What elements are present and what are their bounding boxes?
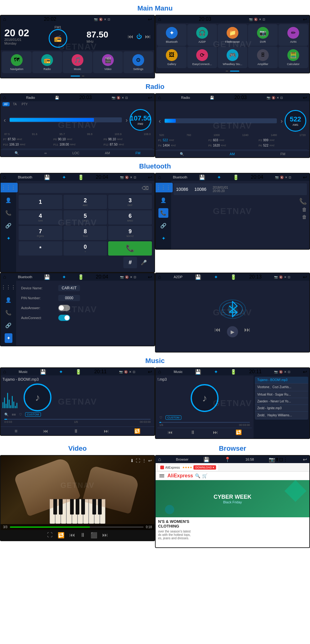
browser-cart-icon[interactable]: 🛒 [202,473,207,478]
ta-tag[interactable]: TA [11,102,18,106]
next-station-btn[interactable]: › [126,116,128,124]
app-navigation[interactable]: 🗺 Navigation [2,51,32,73]
scan-btn-fm[interactable]: ∞ [44,151,47,155]
skip-back-icon[interactable]: ⏮ [128,33,133,40]
app-gallery[interactable]: 🖼 Gallery [157,46,187,68]
preset-p3[interactable]: P3 999 KHZ [258,138,308,142]
back-icon-music1[interactable]: ↩ [148,369,152,375]
playlist-item-2[interactable]: Vicetone、Cozi Zuehls... [255,383,308,391]
app-dvr[interactable]: 📷 DVR [248,24,278,46]
dial-key-9[interactable]: 9 WXYZ [108,226,152,240]
app-easyconnect[interactable]: ⟳ EasyConnecti... [187,46,217,68]
search-btn-fm[interactable]: 🔍 [15,151,19,155]
hamburger-icon[interactable] [158,473,166,479]
home-icon-bt2[interactable]: ⌂ [158,174,161,180]
home-icon-music1[interactable]: ⌂ [3,369,6,375]
playlist-item-6[interactable]: Zedd、Hayley Williams... [255,412,308,419]
dialpad-grid-icon[interactable]: ⋮⋮⋮ [0,183,18,192]
app-wheelkey[interactable]: 🎮 Wheelkey Stu... [218,46,247,68]
autoconnect-toggle[interactable] [58,315,70,321]
search-music-btn[interactable]: 🔍 [4,413,9,417]
device-name-value[interactable]: CAR-KIT [58,285,80,291]
app-amplifier[interactable]: 🎚 Amplifier [248,46,278,68]
home-icon-bt1[interactable]: ⌂ [3,174,6,180]
preset-p9[interactable]: P9 98.10 MHZ [103,137,153,142]
app-bluetooth[interactable]: ✦ Bluetooth [157,24,187,46]
preset-p5[interactable]: P5 1620 KHZ [208,143,257,148]
playlist-item-1[interactable]: Tujamo - BOOM!.mp3 [255,377,308,383]
dial-key-3[interactable]: 3 DEF [108,195,152,209]
app-music[interactable]: 🎵 Music [63,51,92,73]
download-btn[interactable]: DOWNLOAD ▾ [193,465,216,470]
pin-value[interactable]: 0000 [58,295,80,301]
dial-key-5[interactable]: 5 JKL [64,210,107,225]
dial-key-8[interactable]: 8 TUV [64,226,107,240]
a2dp-prev-btn[interactable]: ⏮ [215,326,221,337]
back-icon-ram[interactable]: ↩ [303,95,307,101]
app-filebrowser[interactable]: 📁 FileBrowser [218,24,247,46]
loc-btn-fm[interactable]: LOC [72,151,79,155]
back-icon-rfm[interactable]: ↩ [148,95,152,101]
dial-key-hash[interactable]: # [123,257,137,268]
repeat-btn-2[interactable]: 🔁 [236,429,242,435]
next-track-btn[interactable]: ⏭ [104,428,109,434]
recent-calls-icon[interactable]: 🔗 [3,221,13,230]
dial-key-1[interactable]: 1 [19,195,62,209]
call-icon-2[interactable]: 📞 [158,208,168,218]
bt-toggle-icon-3[interactable]: ✦ [5,333,12,343]
back-icon-music2[interactable]: ↩ [303,369,307,375]
app-radio[interactable]: 📻 Radio [32,51,62,73]
video-back-icon[interactable]: ↩ [148,458,152,463]
back-icon-bt3[interactable]: ↩ [148,274,152,280]
home-icon[interactable]: ⌂ [3,16,6,22]
video-expand-icon[interactable]: ⛶ [136,458,140,463]
power-icon[interactable]: ⏻ [136,33,142,40]
contacts-icon-2[interactable]: 👤 [158,195,168,205]
app-settings[interactable]: ⚙ Settings [123,51,153,73]
video-prev-btn[interactable]: ⏮ [69,532,75,539]
home-icon-browser[interactable]: ⌂ [158,457,161,462]
prev-station-btn-am[interactable]: ‹ [159,117,161,125]
preset-p8[interactable]: P8 90.10 MHZ [53,137,102,142]
back-icon-browser[interactable]: ↩ [303,457,307,462]
playlist-btn[interactable]: ≡ [15,428,17,434]
browser-search-icon[interactable]: 🔍 [195,473,200,478]
loop-btn[interactable]: 🔁 [58,532,64,539]
fm-btn[interactable]: FM [135,151,140,155]
equalizer-btn[interactable]: ≡≡ [12,413,16,416]
playlist-item-4[interactable]: Zaeden - Never Let Yo... [255,398,308,405]
fullscreen-btn[interactable]: ⛶ [47,532,53,539]
home-icon-2[interactable]: ⌂ [158,16,161,22]
video-download-icon[interactable]: ⬇ [130,458,134,463]
recent-icon-3[interactable]: 🔗 [3,321,13,330]
dial-key-6[interactable]: 6 MNO [108,210,152,225]
video-more-icon[interactable]: ⋮ [142,458,146,463]
next-track-btn-2[interactable]: ⏭ [213,430,218,435]
back-icon-2[interactable]: ↩ [303,16,307,22]
video-play-btn[interactable]: ⏸ [80,532,86,539]
dial-key-0[interactable]: 0 + [64,241,107,256]
af-tag[interactable]: AF [2,102,10,106]
home-icon-ram[interactable]: ⌂ [158,95,161,100]
pty-tag[interactable]: PTY [20,102,29,106]
prev-station-btn[interactable]: ‹ [4,116,6,124]
prev-track-btn-2[interactable]: ⏮ [168,430,173,435]
preset-p6[interactable]: P6 522 KHZ [258,143,308,148]
dialpad-icon-3[interactable]: ⋮⋮⋮ [0,283,18,292]
back-icon-1[interactable]: ↩ [148,16,152,22]
a2dp-play-btn[interactable]: ▶ [227,326,238,337]
custom-mode-tag[interactable]: CUSTOM [25,412,41,417]
back-icon-bt2[interactable]: ↩ [303,174,307,180]
video-next-btn[interactable]: ⏭ [102,532,108,539]
playlist-item-3[interactable]: Virtual Riot - Sugar Ru... [255,391,308,398]
back-icon-bt1[interactable]: ↩ [148,174,152,180]
call-icon[interactable]: 📞 [3,208,13,218]
play-pause-btn-2[interactable]: ⏸ [190,430,195,435]
home-icon-a2dp[interactable]: ⌂ [158,274,161,280]
dial-key-star[interactable]: * [19,241,62,256]
playlist-item-5[interactable]: Zedd - Ignite.mp3 [255,405,308,412]
app-video[interactable]: 🎬 Video [93,51,123,73]
delete-call-btn2[interactable]: 🗑 [302,214,307,220]
preset-p2[interactable]: P2 603 KHZ [208,138,257,142]
delete-call-btn[interactable]: 🗑 [302,207,307,212]
